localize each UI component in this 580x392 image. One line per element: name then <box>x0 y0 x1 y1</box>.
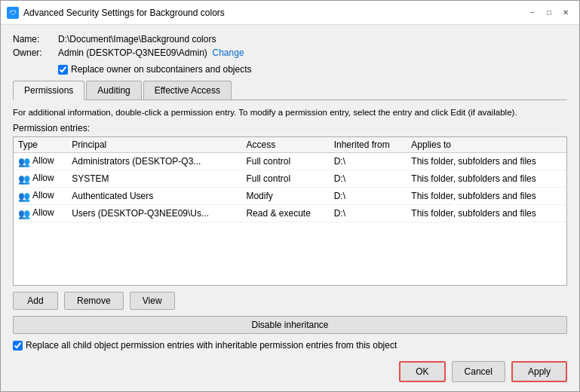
info-grid: Name: D:\Document\Image\Background color… <box>13 34 567 58</box>
window-icon: 🛡 <box>7 7 19 19</box>
col-type: Type <box>14 137 67 153</box>
row-access: Modify <box>241 188 329 205</box>
replace-child-label: Replace all child object permission entr… <box>26 340 397 351</box>
replace-owner-checkbox[interactable] <box>58 65 68 75</box>
tab-effective-access[interactable]: Effective Access <box>143 81 232 100</box>
info-text: For additional information, double-click… <box>13 106 567 118</box>
table-row[interactable]: 👥Allow Users (DESKTOP-Q3NEE09\Us... Read… <box>14 205 566 222</box>
row-inherited: D:\ <box>330 188 407 205</box>
tab-permissions[interactable]: Permissions <box>13 81 84 100</box>
main-window: 🛡 Advanced Security Settings for Backgro… <box>0 0 580 392</box>
view-button[interactable]: View <box>130 292 175 310</box>
table-row[interactable]: 👥Allow SYSTEM Full control D:\ This fold… <box>14 170 566 188</box>
row-principal: Users (DESKTOP-Q3NEE09\Us... <box>67 205 241 222</box>
row-type: 👥Allow <box>14 188 67 205</box>
minimize-button[interactable]: − <box>525 5 540 20</box>
row-applies: This folder, subfolders and files <box>407 205 566 222</box>
col-applies: Applies to <box>407 137 566 153</box>
window-controls: − □ ✕ <box>525 5 573 20</box>
bottom-buttons: OK Cancel Apply <box>13 358 567 382</box>
row-inherited: D:\ <box>330 153 407 170</box>
permission-table-container: Type Principal Access Inherited from App… <box>13 136 567 286</box>
window-title: Advanced Security Settings for Backgroun… <box>23 8 525 18</box>
user-icon: 👥 <box>18 190 30 202</box>
user-icon: 👥 <box>18 173 30 185</box>
change-owner-link[interactable]: Change <box>213 47 244 58</box>
owner-value: Admin (DESKTOP-Q3NEE09\Admin) Change <box>58 47 567 58</box>
remove-button[interactable]: Remove <box>64 292 124 310</box>
row-type: 👥Allow <box>14 153 67 170</box>
permission-table: Type Principal Access Inherited from App… <box>14 137 566 222</box>
row-access: Full control <box>241 170 329 188</box>
bottom-checkbox-row: Replace all child object permission entr… <box>13 340 567 351</box>
row-type: 👥Allow <box>14 170 67 188</box>
close-button[interactable]: ✕ <box>558 5 573 20</box>
section-label: Permission entries: <box>13 123 567 133</box>
main-content: Name: D:\Document\Image\Background color… <box>1 25 579 391</box>
tab-bar: Permissions Auditing Effective Access <box>13 81 567 100</box>
row-inherited: D:\ <box>330 205 407 222</box>
action-buttons-row: Add Remove View <box>13 292 567 310</box>
maximize-button[interactable]: □ <box>542 5 557 20</box>
col-access: Access <box>241 137 329 153</box>
apply-button[interactable]: Apply <box>511 361 567 382</box>
name-label: Name: <box>13 34 58 44</box>
table-row[interactable]: 👥Allow Administrators (DESKTOP-Q3... Ful… <box>14 153 566 170</box>
row-applies: This folder, subfolders and files <box>407 170 566 188</box>
row-principal: SYSTEM <box>67 170 241 188</box>
row-applies: This folder, subfolders and files <box>407 188 566 205</box>
add-button[interactable]: Add <box>13 292 58 310</box>
tab-auditing[interactable]: Auditing <box>86 81 141 100</box>
table-row[interactable]: 👥Allow Authenticated Users Modify D:\ Th… <box>14 188 566 205</box>
replace-child-checkbox[interactable] <box>13 341 23 351</box>
ok-button[interactable]: OK <box>399 361 445 382</box>
row-principal: Authenticated Users <box>67 188 241 205</box>
row-access: Full control <box>241 153 329 170</box>
col-inherited: Inherited from <box>330 137 407 153</box>
row-applies: This folder, subfolders and files <box>407 153 566 170</box>
row-access: Read & execute <box>241 205 329 222</box>
disable-inheritance-button[interactable]: Disable inheritance <box>13 316 567 334</box>
user-icon: 👥 <box>18 155 30 167</box>
col-principal: Principal <box>67 137 241 153</box>
replace-owner-label: Replace owner on subcontainers and objec… <box>71 64 251 75</box>
row-inherited: D:\ <box>330 170 407 188</box>
title-bar: 🛡 Advanced Security Settings for Backgro… <box>1 1 579 25</box>
replace-owner-row: Replace owner on subcontainers and objec… <box>58 64 567 75</box>
name-value: D:\Document\Image\Background colors <box>58 34 567 44</box>
row-type: 👥Allow <box>14 205 67 222</box>
row-principal: Administrators (DESKTOP-Q3... <box>67 153 241 170</box>
user-icon: 👥 <box>18 207 30 219</box>
cancel-button[interactable]: Cancel <box>452 361 505 382</box>
owner-label: Owner: <box>13 47 58 58</box>
